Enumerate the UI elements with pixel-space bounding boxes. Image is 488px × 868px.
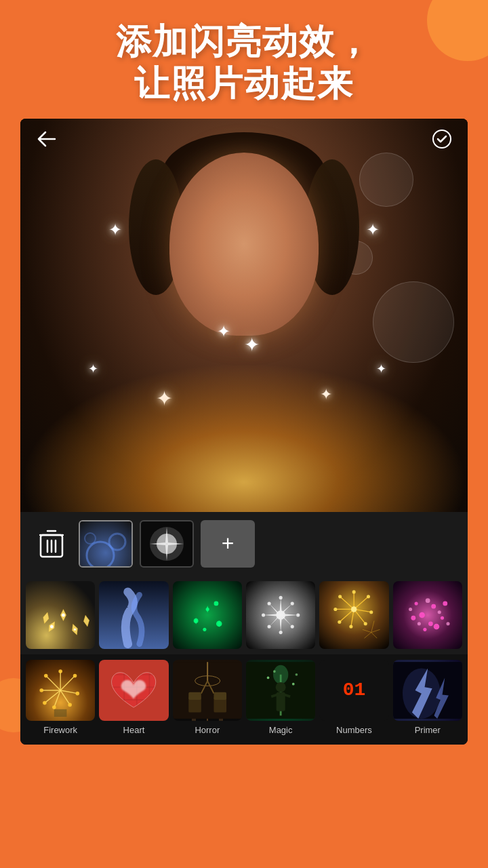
svg-line-64	[60, 675, 75, 690]
effect-green-sparkle[interactable]	[173, 581, 242, 649]
svg-point-93	[276, 682, 286, 692]
svg-line-66	[60, 690, 70, 705]
category-magic[interactable]: Magic	[246, 660, 315, 735]
svg-point-102	[403, 668, 441, 718]
category-firework-thumb	[26, 660, 95, 721]
svg-point-50	[431, 604, 436, 609]
back-button[interactable]	[34, 127, 58, 151]
category-primer-label: Primer	[415, 725, 441, 735]
category-heart-thumb	[99, 660, 168, 721]
svg-point-54	[433, 624, 439, 630]
svg-point-97	[267, 676, 270, 679]
svg-point-74	[68, 703, 72, 707]
delete-layer-button[interactable]	[31, 520, 72, 568]
editor-toolbar: +	[20, 512, 468, 576]
bokeh-circle-1	[359, 153, 413, 207]
svg-rect-79	[54, 709, 67, 717]
svg-point-0	[433, 130, 451, 148]
svg-point-24	[296, 613, 300, 616]
category-horror-thumb	[173, 660, 242, 721]
category-numbers-thumb: 01	[319, 660, 388, 721]
svg-point-58	[417, 622, 420, 625]
photo-nav-bar	[20, 119, 468, 159]
effect-smoke[interactable]	[99, 581, 168, 649]
sparkle-2: ✦	[366, 220, 380, 239]
confirm-button[interactable]	[430, 127, 454, 151]
bokeh-circle-2	[373, 281, 454, 363]
svg-point-75	[52, 705, 56, 709]
svg-point-73	[75, 692, 79, 696]
category-heart[interactable]: Heart	[99, 660, 168, 735]
svg-point-25	[279, 631, 283, 634]
sparkle-8: ✦	[244, 334, 260, 356]
svg-point-43	[351, 606, 357, 612]
svg-point-99	[273, 670, 276, 673]
category-numbers-label: Numbers	[336, 725, 372, 735]
category-primer[interactable]: Primer	[393, 660, 462, 735]
svg-point-60	[425, 598, 430, 603]
category-primer-thumb	[393, 660, 462, 721]
layer-thumbnail-2[interactable]	[140, 520, 194, 568]
svg-point-42	[338, 595, 342, 598]
effect-white-burst[interactable]	[246, 581, 315, 649]
svg-point-7	[85, 533, 96, 544]
svg-point-26	[262, 613, 265, 616]
svg-point-10	[50, 625, 54, 628]
svg-point-6	[109, 534, 125, 550]
svg-point-72	[73, 674, 77, 678]
svg-point-52	[428, 621, 433, 626]
svg-point-20	[291, 601, 294, 605]
svg-line-47	[365, 632, 371, 638]
svg-point-61	[446, 622, 449, 625]
svg-rect-89	[214, 692, 226, 700]
face-oval	[169, 153, 319, 336]
svg-point-100	[296, 673, 298, 676]
effect-pink-scatter[interactable]	[393, 581, 462, 649]
svg-point-57	[443, 601, 447, 606]
sparkle-1: ✦	[108, 220, 122, 239]
header-section: 添加闪亮动效， 让照片动起来	[0, 0, 488, 119]
category-firework-label: Firework	[43, 725, 77, 735]
category-magic-label: Magic	[269, 725, 293, 735]
editor-container: ✦ ✦ ✦ ✦ ✦ ✦ ✦ ✦	[20, 119, 468, 745]
category-firework[interactable]: Firework	[26, 660, 95, 735]
effect-fireworks-gold[interactable]	[319, 581, 388, 649]
lights-glow-area	[20, 363, 468, 512]
category-heart-label: Heart	[123, 725, 145, 735]
category-numbers[interactable]: 01 Numbers	[319, 660, 388, 735]
layer-thumbnail-1[interactable]	[79, 520, 133, 568]
svg-point-22	[291, 625, 294, 628]
svg-line-48	[363, 629, 371, 632]
svg-point-55	[411, 616, 415, 620]
svg-point-98	[292, 683, 295, 686]
svg-point-78	[44, 674, 48, 678]
svg-point-53	[414, 601, 418, 605]
svg-point-59	[437, 610, 441, 614]
svg-line-65	[60, 690, 77, 694]
photo-canvas[interactable]: ✦ ✦ ✦ ✦ ✦ ✦ ✦ ✦	[20, 119, 468, 512]
numbers-display: 01	[343, 679, 366, 701]
svg-point-77	[39, 688, 43, 692]
svg-point-56	[423, 628, 426, 631]
effects-grid-row	[20, 576, 468, 654]
svg-line-70	[46, 675, 60, 690]
category-magic-thumb	[246, 660, 315, 721]
svg-point-36	[367, 595, 370, 598]
svg-point-35	[352, 590, 356, 593]
svg-point-38	[364, 622, 367, 625]
svg-point-40	[338, 620, 342, 623]
add-layer-button[interactable]: +	[201, 520, 255, 568]
category-horror[interactable]: Horror	[173, 660, 242, 735]
svg-point-16	[203, 628, 206, 631]
svg-point-19	[268, 601, 271, 605]
svg-point-62	[409, 608, 412, 611]
svg-point-39	[350, 625, 353, 628]
svg-line-44	[371, 620, 374, 632]
sparkle-3: ✦	[217, 322, 230, 341]
effect-sparks[interactable]	[26, 581, 95, 649]
svg-point-17	[214, 601, 218, 606]
svg-line-45	[371, 629, 380, 632]
svg-point-51	[441, 616, 444, 619]
layer-1-preview	[80, 521, 131, 566]
svg-point-37	[370, 610, 373, 614]
